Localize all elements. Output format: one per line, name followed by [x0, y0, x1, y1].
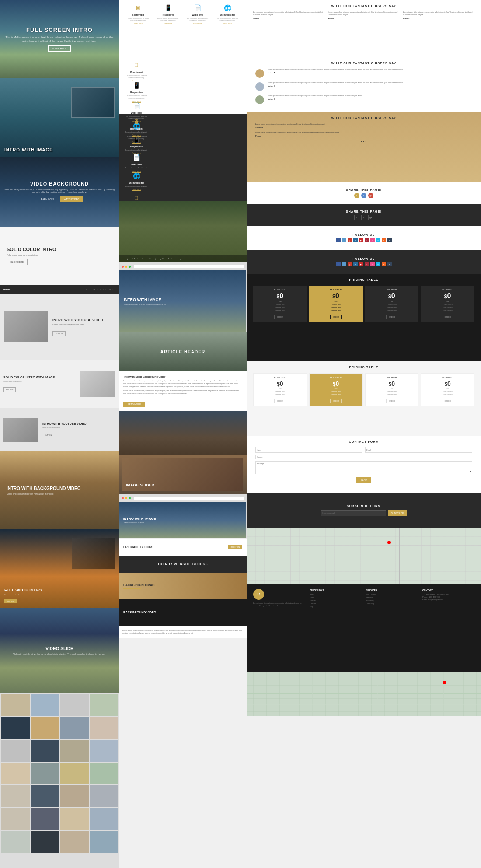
- footer-link-home[interactable]: Home: [310, 593, 362, 595]
- intro-image-thumb-inner: [72, 88, 114, 117]
- full-width-intro-btn[interactable]: BUTTON: [4, 599, 17, 603]
- follow-dark-twitter-icon[interactable]: t: [342, 262, 346, 266]
- footer-service-4[interactable]: Consulting: [366, 602, 418, 605]
- subscribe-btn[interactable]: SUBSCRIBE: [388, 510, 408, 516]
- follow-dark-pinterest-icon[interactable]: P: [365, 262, 369, 266]
- follow-dark-rss-icon[interactable]: r: [382, 262, 386, 266]
- solid-color-intro-title: SOLID COLOR INTRO: [7, 247, 56, 252]
- follow-pinterest-icon[interactable]: P: [365, 238, 369, 242]
- users-say-3-section: WHAT OUR FANTASTIC USERS SAY Lorem ipsum…: [247, 112, 481, 182]
- follow-google-icon[interactable]: g: [348, 238, 352, 242]
- follow-dark-dribbble-icon[interactable]: d: [370, 262, 375, 266]
- contact-email-input[interactable]: [365, 447, 472, 453]
- thumb-12: [90, 740, 119, 762]
- pricing-ultimate-btn[interactable]: ORDER: [442, 315, 453, 319]
- contact-subject-input[interactable]: [255, 455, 472, 459]
- follow-dark-google-icon[interactable]: g: [348, 262, 352, 266]
- footer-link-portfolio[interactable]: Portfolio: [310, 599, 362, 602]
- pricing-standard-btn[interactable]: ORDER: [274, 315, 286, 319]
- nav-item-about[interactable]: About: [93, 289, 98, 291]
- feature-bootstrap4: 🖥 Bootstrap 4 Lorem ipsum dolor sit amet…: [123, 62, 150, 82]
- article-read-more-btn[interactable]: READ MORE: [123, 402, 145, 407]
- follow-dark-linkedin-icon[interactable]: in: [353, 262, 358, 266]
- nav-item-portfolio[interactable]: Portfolio: [101, 289, 107, 291]
- contact-message-textarea[interactable]: [255, 461, 472, 474]
- pricing-light-ultimate-f1: Feature item: [424, 390, 471, 392]
- facebook-share-dark-icon[interactable]: f: [354, 215, 359, 220]
- youtube2-desc: Some short description.: [42, 426, 115, 428]
- testimonial-desert-2-author: Person: [255, 135, 472, 137]
- thumb-24: [90, 808, 119, 830]
- follow-linkedin-icon[interactable]: in: [353, 238, 358, 242]
- left-column: FULL SCREEN INTRO This is Multipurpose, …: [0, 0, 119, 868]
- feature-webfonts1-link[interactable]: Read more: [193, 22, 202, 24]
- browser2-url-bar[interactable]: [134, 497, 244, 500]
- subscribe-email-input[interactable]: [321, 510, 386, 516]
- solid-color-image-btn[interactable]: BUTTON: [3, 387, 16, 392]
- contact-send-btn[interactable]: SEND: [356, 477, 371, 483]
- feature-unlimited1-link[interactable]: Read more: [223, 22, 232, 24]
- follow-twitter-icon[interactable]: t: [342, 238, 346, 242]
- footer-brand-desc: Lorem ipsum dolor sit amet, consectetur …: [253, 602, 305, 607]
- pricing-featured-btn[interactable]: ORDER: [330, 315, 342, 319]
- twitter-share-dark-icon[interactable]: t: [361, 215, 366, 220]
- follow-dark-facebook-icon[interactable]: f: [336, 262, 341, 266]
- nav-item-contact[interactable]: Contact: [109, 289, 115, 291]
- users-say-2-title: WHAT OUR FANTASTIC USERS SAY: [255, 62, 472, 65]
- pricing-dark-section: PRICING TABLE STANDARD $0 /mo Feature it…: [247, 274, 481, 361]
- feature-bootstrap3-link[interactable]: Read more: [134, 22, 143, 24]
- solid-color-image-title: SOLID COLOR INTRO WITH IMAGE: [3, 376, 77, 379]
- footer-links1-title: QUICK LINKS: [310, 589, 362, 592]
- follow-dark-tumblr-icon[interactable]: t: [387, 262, 392, 266]
- footer-link-blog[interactable]: Blog: [310, 606, 362, 608]
- small-map-section: [247, 672, 481, 716]
- googleplus-share-dark-icon[interactable]: g+: [368, 215, 373, 220]
- testimonial-large-1-author: Author A: [268, 72, 404, 74]
- footer-link-contact[interactable]: Contact: [310, 602, 362, 605]
- footer-service-1[interactable]: Web Design: [366, 593, 418, 595]
- follow-tumblr-icon[interactable]: t: [387, 238, 392, 242]
- pricing-light-premium-plan: PREMIUM: [368, 376, 416, 379]
- browser-url-bar[interactable]: [134, 265, 244, 268]
- follow-youtube-icon[interactable]: ▶: [359, 238, 363, 242]
- contact-name-input[interactable]: [255, 447, 362, 453]
- pricing-light-standard-btn[interactable]: ORDER: [274, 399, 286, 403]
- feature-responsive1-link[interactable]: Read more: [164, 22, 172, 24]
- dark-feature-4-link[interactable]: Read more: [132, 188, 141, 190]
- feature-responsive2-title: Responsive: [130, 91, 143, 94]
- pricing-light-premium-btn[interactable]: ORDER: [386, 399, 397, 403]
- full-screen-intro-title: FULL SCREEN INTRO: [26, 27, 93, 33]
- pre-made-btn[interactable]: BUTTON: [228, 545, 242, 549]
- youtube2-btn[interactable]: BUTTON: [42, 433, 54, 438]
- video-bg-btn2[interactable]: WATCH VIDEO: [60, 196, 83, 202]
- full-screen-intro-btn[interactable]: LEARN MORE: [48, 46, 70, 52]
- feature-bootstrap3-desc: Lorem ipsum dolor sit amet consectet adi…: [125, 17, 151, 21]
- pricing-standard-f1: Feature item: [256, 303, 304, 305]
- twitter-share-icon[interactable]: t: [361, 193, 366, 198]
- pricing-premium-btn[interactable]: ORDER: [386, 315, 397, 319]
- footer-link-about[interactable]: About: [310, 596, 362, 598]
- follow-facebook-icon[interactable]: f: [336, 238, 341, 242]
- bg-image-title: BACKGROUND IMAGE: [123, 584, 157, 587]
- pricing-light-ultimate-btn[interactable]: ORDER: [442, 399, 453, 403]
- solid-color-intro-btn[interactable]: CLICK HERE: [7, 259, 28, 265]
- googleplus-share-icon[interactable]: g+: [368, 193, 373, 198]
- follow-dark-vimeo-icon[interactable]: v: [376, 262, 380, 266]
- footer-info-section: M Lorem ipsum dolor sit amet, consectetu…: [247, 584, 481, 672]
- footer-service-3[interactable]: Marketing: [366, 599, 418, 602]
- testimonial-large-3-author: Author C: [268, 98, 363, 100]
- dark-feature-4-desc: Lorem ipsum dolor sit amet.: [125, 185, 147, 187]
- video-bg-btn1[interactable]: LEARN MORE: [36, 196, 58, 202]
- follow-vimeo-icon[interactable]: v: [376, 238, 380, 242]
- footer-service-2[interactable]: Branding: [366, 596, 418, 598]
- facebook-share-icon[interactable]: f: [354, 193, 359, 198]
- follow-rss-icon[interactable]: r: [382, 238, 386, 242]
- more-content-text: Lorem ipsum dolor sit amet, consectetur …: [122, 629, 243, 634]
- pricing-light-featured-btn[interactable]: ORDER: [330, 399, 342, 403]
- youtube-intro-btn[interactable]: BUTTON: [52, 331, 66, 336]
- follow-dark-youtube-icon[interactable]: ▶: [359, 262, 363, 266]
- nav-item-home[interactable]: Home: [86, 289, 91, 291]
- pricing-premium: PREMIUM $0 /mo Feature item Feature item…: [365, 286, 419, 322]
- pricing-standard-f2: Feature item: [256, 306, 304, 308]
- follow-dribbble-icon[interactable]: d: [370, 238, 375, 242]
